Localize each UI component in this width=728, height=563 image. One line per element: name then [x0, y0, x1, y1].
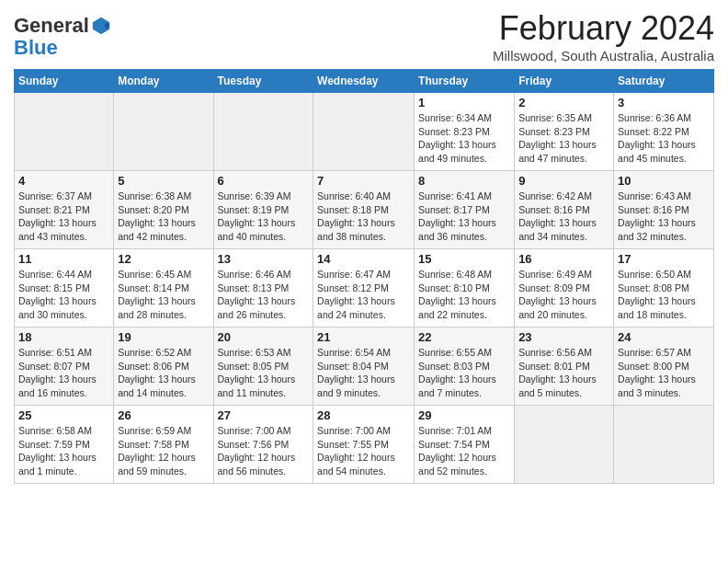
day-number: 19 [118, 330, 209, 344]
weekday-header: Wednesday [313, 70, 415, 93]
calendar-day-cell: 6Sunrise: 6:39 AM Sunset: 8:19 PM Daylig… [213, 171, 313, 249]
weekday-header: Friday [515, 70, 614, 93]
calendar-day-cell: 26Sunrise: 6:59 AM Sunset: 7:58 PM Dayli… [114, 406, 213, 484]
day-info: Sunrise: 6:50 AM Sunset: 8:08 PM Dayligh… [618, 268, 710, 322]
day-info: Sunrise: 7:00 AM Sunset: 7:56 PM Dayligh… [218, 424, 310, 478]
day-info: Sunrise: 6:46 AM Sunset: 8:13 PM Dayligh… [218, 268, 310, 322]
calendar-day-cell: 8Sunrise: 6:41 AM Sunset: 8:17 PM Daylig… [415, 171, 515, 249]
day-info: Sunrise: 6:47 AM Sunset: 8:12 PM Dayligh… [317, 268, 410, 322]
day-number: 10 [618, 174, 710, 188]
day-number: 2 [518, 96, 609, 109]
calendar-day-cell: 7Sunrise: 6:40 AM Sunset: 8:18 PM Daylig… [313, 171, 415, 249]
calendar-week-row: 11Sunrise: 6:44 AM Sunset: 8:15 PM Dayli… [15, 249, 714, 327]
day-number: 17 [618, 252, 710, 266]
logo-icon [91, 16, 111, 36]
calendar-day-cell [114, 93, 213, 171]
day-info: Sunrise: 6:37 AM Sunset: 8:21 PM Dayligh… [18, 190, 109, 244]
day-number: 15 [418, 252, 510, 266]
day-number: 21 [317, 330, 410, 344]
calendar-day-cell: 1Sunrise: 6:34 AM Sunset: 8:23 PM Daylig… [415, 93, 515, 171]
calendar-table: SundayMondayTuesdayWednesdayThursdayFrid… [14, 69, 714, 484]
day-number: 29 [418, 408, 510, 422]
calendar-day-cell [313, 93, 415, 171]
calendar-week-row: 4Sunrise: 6:37 AM Sunset: 8:21 PM Daylig… [15, 171, 714, 249]
day-info: Sunrise: 6:52 AM Sunset: 8:06 PM Dayligh… [118, 346, 209, 400]
day-info: Sunrise: 6:58 AM Sunset: 7:59 PM Dayligh… [18, 424, 109, 478]
day-number: 23 [518, 330, 609, 344]
day-info: Sunrise: 6:36 AM Sunset: 8:22 PM Dayligh… [618, 111, 710, 166]
day-number: 6 [218, 174, 310, 188]
calendar-day-cell [515, 406, 614, 484]
day-number: 9 [518, 174, 609, 188]
calendar-day-cell: 28Sunrise: 7:00 AM Sunset: 7:55 PM Dayli… [313, 406, 415, 484]
day-info: Sunrise: 6:51 AM Sunset: 8:07 PM Dayligh… [18, 346, 109, 400]
weekday-header: Sunday [15, 70, 114, 93]
day-info: Sunrise: 6:41 AM Sunset: 8:17 PM Dayligh… [418, 190, 510, 244]
day-number: 22 [418, 330, 510, 344]
day-number: 26 [118, 408, 209, 422]
calendar-header-row: SundayMondayTuesdayWednesdayThursdayFrid… [15, 70, 714, 93]
day-info: Sunrise: 6:54 AM Sunset: 8:04 PM Dayligh… [317, 346, 410, 400]
day-info: Sunrise: 6:57 AM Sunset: 8:00 PM Dayligh… [618, 346, 710, 400]
day-number: 24 [618, 330, 710, 344]
calendar-day-cell [15, 93, 114, 171]
calendar-day-cell: 11Sunrise: 6:44 AM Sunset: 8:15 PM Dayli… [15, 249, 114, 327]
calendar-day-cell: 24Sunrise: 6:57 AM Sunset: 8:00 PM Dayli… [614, 327, 714, 406]
day-info: Sunrise: 6:56 AM Sunset: 8:01 PM Dayligh… [518, 346, 609, 400]
day-info: Sunrise: 6:38 AM Sunset: 8:20 PM Dayligh… [118, 190, 209, 244]
calendar-day-cell [213, 93, 313, 171]
calendar-day-cell: 21Sunrise: 6:54 AM Sunset: 8:04 PM Dayli… [313, 327, 415, 406]
day-number: 3 [618, 96, 710, 109]
day-number: 25 [18, 408, 109, 422]
location-title: Millswood, South Australia, Australia [493, 48, 714, 63]
day-info: Sunrise: 6:39 AM Sunset: 8:19 PM Dayligh… [218, 190, 310, 244]
calendar-day-cell: 23Sunrise: 6:56 AM Sunset: 8:01 PM Dayli… [515, 327, 614, 406]
day-number: 14 [317, 252, 410, 266]
day-info: Sunrise: 6:45 AM Sunset: 8:14 PM Dayligh… [118, 268, 209, 322]
calendar-day-cell: 16Sunrise: 6:49 AM Sunset: 8:09 PM Dayli… [515, 249, 614, 327]
day-info: Sunrise: 6:53 AM Sunset: 8:05 PM Dayligh… [218, 346, 310, 400]
day-number: 12 [118, 252, 209, 266]
day-number: 20 [218, 330, 310, 344]
weekday-header: Saturday [614, 70, 714, 93]
day-number: 11 [18, 252, 109, 266]
day-number: 1 [418, 96, 510, 109]
calendar-day-cell: 10Sunrise: 6:43 AM Sunset: 8:16 PM Dayli… [614, 171, 714, 249]
calendar-day-cell: 27Sunrise: 7:00 AM Sunset: 7:56 PM Dayli… [213, 406, 313, 484]
weekday-header: Monday [114, 70, 213, 93]
page-header: General Blue February 2024 Millswood, So… [14, 9, 714, 63]
day-number: 16 [518, 252, 609, 266]
weekday-header: Tuesday [213, 70, 313, 93]
calendar-day-cell: 20Sunrise: 6:53 AM Sunset: 8:05 PM Dayli… [213, 327, 313, 406]
calendar-week-row: 1Sunrise: 6:34 AM Sunset: 8:23 PM Daylig… [15, 93, 714, 171]
day-number: 28 [317, 408, 410, 422]
day-info: Sunrise: 6:49 AM Sunset: 8:09 PM Dayligh… [518, 268, 609, 322]
calendar-day-cell: 15Sunrise: 6:48 AM Sunset: 8:10 PM Dayli… [415, 249, 515, 327]
calendar-day-cell: 22Sunrise: 6:55 AM Sunset: 8:03 PM Dayli… [415, 327, 515, 406]
day-info: Sunrise: 6:42 AM Sunset: 8:16 PM Dayligh… [518, 190, 609, 244]
logo-general-text: General [14, 15, 89, 37]
month-title: February 2024 [493, 9, 714, 48]
day-number: 5 [118, 174, 209, 188]
day-info: Sunrise: 6:40 AM Sunset: 8:18 PM Dayligh… [317, 190, 410, 244]
day-number: 27 [218, 408, 310, 422]
day-number: 7 [317, 174, 410, 188]
day-info: Sunrise: 7:00 AM Sunset: 7:55 PM Dayligh… [317, 424, 410, 478]
calendar-day-cell [614, 406, 714, 484]
calendar-day-cell: 18Sunrise: 6:51 AM Sunset: 8:07 PM Dayli… [15, 327, 114, 406]
day-number: 4 [18, 174, 109, 188]
day-info: Sunrise: 6:35 AM Sunset: 8:23 PM Dayligh… [518, 111, 609, 166]
day-number: 18 [18, 330, 109, 344]
calendar-day-cell: 19Sunrise: 6:52 AM Sunset: 8:06 PM Dayli… [114, 327, 213, 406]
calendar-day-cell: 14Sunrise: 6:47 AM Sunset: 8:12 PM Dayli… [313, 249, 415, 327]
calendar-week-row: 25Sunrise: 6:58 AM Sunset: 7:59 PM Dayli… [15, 406, 714, 484]
day-number: 13 [218, 252, 310, 266]
logo: General Blue [14, 15, 111, 59]
title-area: February 2024 Millswood, South Australia… [493, 9, 714, 63]
calendar-day-cell: 5Sunrise: 6:38 AM Sunset: 8:20 PM Daylig… [114, 171, 213, 249]
calendar-day-cell: 25Sunrise: 6:58 AM Sunset: 7:59 PM Dayli… [15, 406, 114, 484]
calendar-day-cell: 4Sunrise: 6:37 AM Sunset: 8:21 PM Daylig… [15, 171, 114, 249]
calendar-day-cell: 17Sunrise: 6:50 AM Sunset: 8:08 PM Dayli… [614, 249, 714, 327]
weekday-header: Thursday [415, 70, 515, 93]
calendar-day-cell: 3Sunrise: 6:36 AM Sunset: 8:22 PM Daylig… [614, 93, 714, 171]
